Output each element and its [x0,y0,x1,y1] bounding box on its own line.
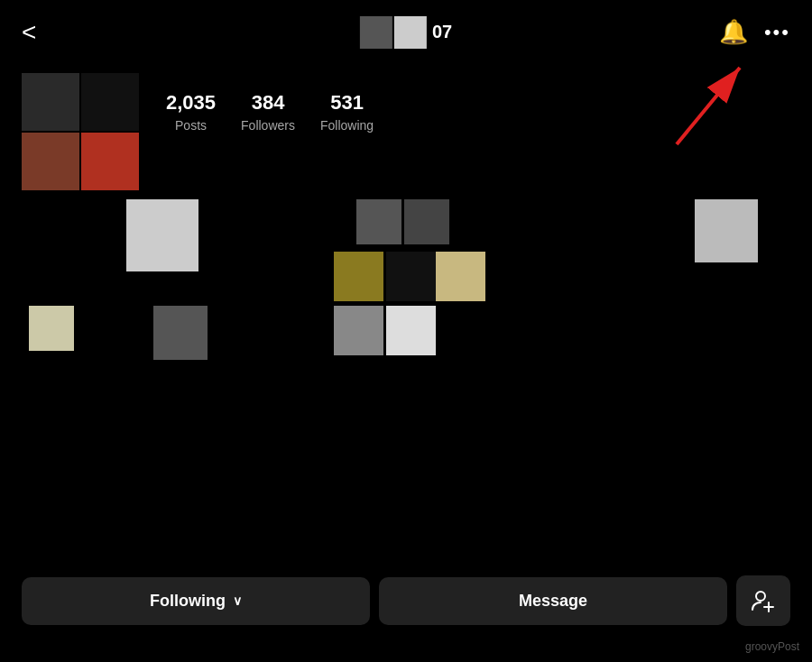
svg-point-2 [756,592,765,601]
stat-followers[interactable]: 384 Followers [241,91,295,133]
image-tile-8[interactable] [29,306,74,351]
image-tile-11[interactable] [386,306,436,355]
header-count: 07 [432,22,452,42]
stat-posts[interactable]: 2,035 Posts [166,91,216,133]
profile-avatar-grid [22,73,139,190]
avatar-cell-3 [22,133,79,190]
header-left: < [22,20,36,45]
add-friend-button[interactable] [736,575,790,626]
image-tile-2[interactable] [356,199,401,244]
avatar-cell-1 [22,73,79,131]
image-grid-section [0,199,812,398]
back-button[interactable]: < [22,20,36,45]
following-button-label: Following [150,592,226,611]
image-tile-7[interactable] [436,252,485,301]
header-center: 07 [360,16,452,49]
header-avatar-stack [360,16,427,49]
image-tile-5[interactable] [334,252,383,301]
header: < 07 🔔 ••• [0,0,812,55]
image-tile-9[interactable] [153,306,208,360]
image-tile-3[interactable] [404,199,449,244]
image-tile-4[interactable] [695,199,758,262]
posts-label: Posts [175,118,207,133]
image-tile-10[interactable] [334,306,383,355]
message-button-label: Message [519,592,587,610]
following-button[interactable]: Following ∨ [22,577,370,625]
avatar-cell-4 [81,133,139,190]
profile-section: 2,035 Posts 384 Followers 531 Following [0,55,812,199]
posts-count: 2,035 [166,91,216,115]
watermark: groovyPost [745,640,799,653]
image-tile-6[interactable] [386,252,436,301]
action-bar: Following ∨ Message [0,575,812,626]
chevron-down-icon: ∨ [233,593,242,608]
header-right: 🔔 ••• [719,18,790,46]
header-avatar-light [394,16,427,49]
more-icon[interactable]: ••• [764,21,790,44]
stats-row: 2,035 Posts 384 Followers 531 Following [166,73,374,133]
followers-label: Followers [241,118,295,133]
header-avatar-dark [360,16,392,49]
following-count: 531 [330,91,364,115]
stat-following[interactable]: 531 Following [320,91,374,133]
image-tile-1[interactable] [126,199,198,271]
bell-icon[interactable]: 🔔 [719,18,748,46]
message-button[interactable]: Message [379,577,727,625]
add-friend-icon [751,588,776,613]
followers-count: 384 [252,91,285,115]
avatar-cell-2 [81,73,139,131]
following-label: Following [320,118,374,133]
